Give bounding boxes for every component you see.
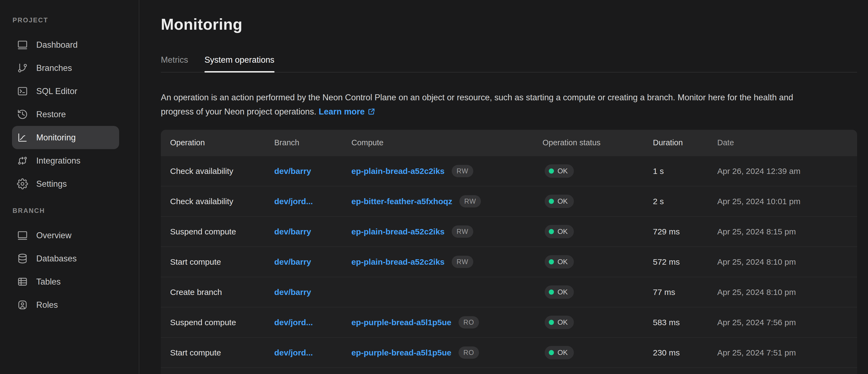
sidebar-section-label-project: PROJECT [12,17,139,24]
status-ok-dot-icon [549,259,554,264]
table-row: Check availability dev/barry ep-plain-br… [161,156,857,186]
column-header-branch: Branch [274,138,351,147]
sidebar-item-dashboard[interactable]: Dashboard [12,33,119,56]
sidebar: PROJECT Dashboard Branches SQL Editor Re… [0,0,139,374]
date-cell: Apr 26, 2024 12:39 am [717,166,857,176]
date-cell: Apr 25, 2024 7:56 pm [717,318,857,327]
branch-link[interactable]: dev/jord... [274,348,313,357]
compute-link[interactable]: ep-purple-bread-a5l1p5ue [351,318,452,327]
overview-icon [17,230,28,241]
operation-cell: Suspend compute [161,227,274,236]
status-label: OK [557,258,568,266]
sidebar-item-roles[interactable]: Roles [12,293,119,316]
branch-link[interactable]: dev/barry [274,227,311,236]
branch-link[interactable]: dev/barry [274,257,311,266]
duration-cell: 230 ms [653,348,717,357]
date-cell: Apr 25, 2024 7:51 pm [717,348,857,357]
compute-link[interactable]: ep-plain-bread-a52c2iks [351,257,445,267]
sidebar-item-branches[interactable]: Branches [12,56,119,80]
sidebar-item-restore[interactable]: Restore [12,103,119,126]
operation-cell: Start compute [161,257,274,267]
monitoring-icon [17,132,28,143]
page-title: Monitoring [161,15,868,33]
duration-cell: 729 ms [653,227,717,236]
sidebar-item-label: Integrations [36,156,81,166]
column-header-operation-status: Operation status [542,138,653,147]
operation-cell: Suspend compute [161,318,274,327]
branches-icon [17,62,28,73]
sidebar-item-settings[interactable]: Settings [12,172,119,195]
date-cell: Apr 25, 2024 10:01 pm [717,197,857,206]
branch-link[interactable]: dev/barry [274,288,311,297]
sidebar-section-label-branch: BRANCH [12,207,139,215]
status-badge: OK [545,285,574,299]
branch-link[interactable]: dev/jord... [274,197,313,206]
status-label: OK [557,227,568,236]
sidebar-item-label: Branches [36,63,72,73]
roles-icon [17,299,28,310]
operations-description: An operation is an action performed by t… [161,91,826,119]
sidebar-item-sql-editor[interactable]: SQL Editor [12,80,119,103]
status-badge: OK [545,346,574,359]
table-row: Check availability dev/jord... ep-bitter… [161,186,857,216]
tab-bar: Metrics System operations [161,55,857,72]
column-header-date: Date [717,138,857,147]
date-cell: Apr 25, 2024 8:15 pm [717,227,857,236]
operation-cell: Check availability [161,197,274,206]
compute-link[interactable]: ep-plain-bread-a52c2iks [351,227,445,236]
duration-cell: 1 s [653,166,717,176]
integrations-icon [17,155,28,166]
table-header-row: Operation Branch Compute Operation statu… [161,130,857,156]
status-ok-dot-icon [549,320,554,325]
sidebar-item-label: SQL Editor [36,86,77,96]
status-ok-dot-icon [549,229,554,234]
sidebar-item-label: Restore [36,110,66,119]
learn-more-link[interactable]: Learn more [319,107,376,116]
description-text: An operation is an action performed by t… [161,93,793,116]
compute-link[interactable]: ep-plain-bread-a52c2iks [351,166,445,176]
date-cell: Apr 25, 2024 8:10 pm [717,288,857,297]
external-link-icon [367,107,376,116]
table-row [161,368,857,374]
tables-icon [17,276,28,287]
sidebar-item-databases[interactable]: Databases [12,247,119,270]
sidebar-item-monitoring[interactable]: Monitoring [12,126,119,149]
compute-mode-badge: RW [459,195,481,208]
duration-cell: 583 ms [653,318,717,327]
main-content: Monitoring Metrics System operations An … [139,0,868,374]
sql-editor-icon [17,86,28,97]
operations-table: Operation Branch Compute Operation statu… [161,130,857,374]
column-header-operation: Operation [161,138,274,147]
restore-icon [17,109,28,120]
tab-metrics[interactable]: Metrics [161,55,188,72]
branch-link[interactable]: dev/barry [274,166,311,176]
compute-link[interactable]: ep-purple-bread-a5l1p5ue [351,348,452,357]
settings-icon [17,178,28,189]
sidebar-item-label: Tables [36,277,61,287]
sidebar-item-overview[interactable]: Overview [12,224,119,247]
compute-mode-badge: RO [459,346,479,359]
table-row: Suspend compute dev/jord... ep-purple-br… [161,307,857,337]
status-ok-dot-icon [549,289,554,295]
dashboard-icon [17,39,28,51]
duration-cell: 572 ms [653,257,717,267]
status-badge: OK [545,255,574,269]
sidebar-item-label: Monitoring [36,133,76,143]
status-badge: OK [545,164,574,178]
branch-link[interactable]: dev/jord... [274,318,313,327]
operation-cell: Check availability [161,166,274,176]
compute-mode-badge: RO [459,316,479,329]
sidebar-item-tables[interactable]: Tables [12,270,119,293]
sidebar-item-integrations[interactable]: Integrations [12,149,119,172]
status-ok-dot-icon [549,168,554,174]
compute-mode-badge: RW [452,165,473,177]
status-ok-dot-icon [549,199,554,204]
compute-mode-badge: RW [452,256,473,268]
status-label: OK [557,318,568,326]
tab-system-operations[interactable]: System operations [205,55,275,72]
compute-link[interactable]: ep-bitter-feather-a5fxhoqz [351,197,452,206]
duration-cell: 2 s [653,197,717,206]
status-badge: OK [545,225,574,238]
status-label: OK [557,167,568,175]
status-ok-dot-icon [549,350,554,355]
